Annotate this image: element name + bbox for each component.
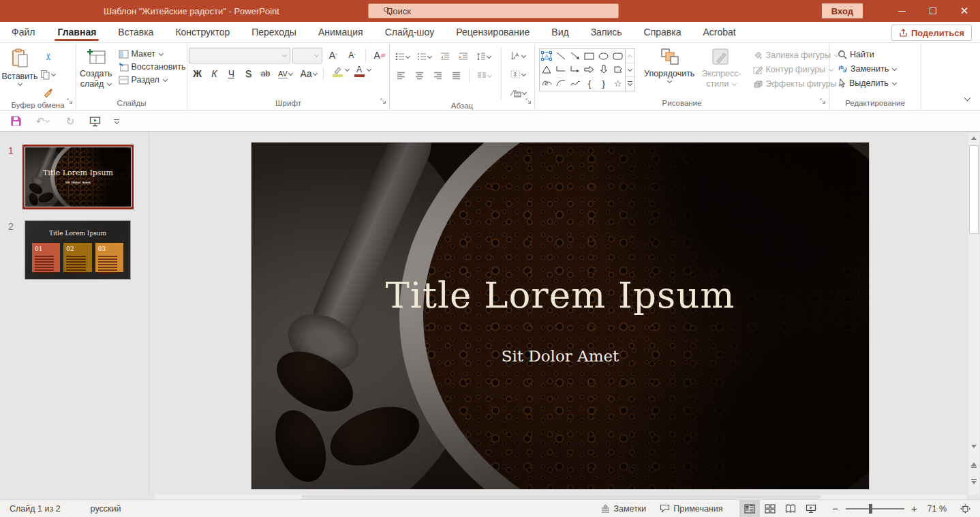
shape-left-brace[interactable]: { bbox=[583, 76, 597, 91]
clear-formatting-button[interactable]: А bbox=[371, 47, 388, 63]
notes-toggle[interactable]: Заметки bbox=[594, 500, 654, 517]
horizontal-scrollbar[interactable] bbox=[155, 494, 966, 499]
signin-button[interactable]: Вход bbox=[822, 3, 863, 18]
layout-button[interactable]: Макет bbox=[116, 48, 189, 60]
collapse-ribbon-icon[interactable] bbox=[964, 95, 971, 102]
zoom-slider-thumb[interactable] bbox=[869, 504, 872, 514]
language-indicator[interactable]: русский bbox=[84, 500, 128, 517]
section-button[interactable]: Раздел bbox=[116, 74, 189, 86]
vertical-scrollbar-thumb[interactable] bbox=[969, 145, 979, 234]
slide-sorter-view-button[interactable] bbox=[760, 500, 780, 517]
shape-arc[interactable] bbox=[554, 76, 568, 91]
previous-slide-button[interactable] bbox=[968, 459, 979, 471]
shrink-font-button[interactable]: Аˇ bbox=[343, 47, 361, 63]
decrease-indent-button[interactable] bbox=[436, 48, 453, 65]
shape-arrow[interactable] bbox=[568, 49, 583, 63]
text-highlight-button[interactable] bbox=[326, 65, 348, 82]
slide-title-text[interactable]: Title Lorem Ipsum bbox=[251, 274, 869, 316]
shape-curve[interactable] bbox=[568, 76, 583, 91]
italic-button[interactable]: К bbox=[206, 65, 223, 82]
copy-button[interactable] bbox=[40, 66, 57, 83]
align-right-button[interactable] bbox=[429, 68, 446, 84]
shape-rounded-rectangle[interactable] bbox=[611, 49, 625, 63]
scroll-up-button[interactable] bbox=[968, 133, 979, 143]
next-slide-button[interactable] bbox=[968, 475, 979, 488]
font-name-combo[interactable] bbox=[189, 48, 290, 63]
zoom-level[interactable]: 71 % bbox=[921, 500, 954, 517]
format-painter-button[interactable] bbox=[40, 84, 57, 100]
cut-button[interactable]: ✂ bbox=[40, 48, 57, 65]
tab-view[interactable]: Вид bbox=[540, 22, 579, 42]
grow-font-button[interactable]: Аˆ bbox=[324, 47, 341, 63]
columns-button[interactable] bbox=[474, 68, 495, 84]
scroll-down-button[interactable] bbox=[968, 441, 979, 452]
slide-canvas[interactable]: Title Lorem Ipsum Sit Dolor Amet bbox=[251, 142, 870, 490]
numbering-button[interactable] bbox=[414, 48, 435, 65]
customize-qat-button[interactable] bbox=[109, 113, 124, 130]
shape-elbow-connector[interactable] bbox=[554, 63, 568, 76]
font-size-combo[interactable] bbox=[292, 48, 322, 63]
reset-slide-button[interactable]: Восстановить bbox=[116, 61, 189, 73]
vertical-scrollbar[interactable] bbox=[968, 133, 979, 494]
tab-slideshow[interactable]: Слайд-шоу bbox=[374, 22, 446, 42]
reading-view-button[interactable] bbox=[780, 500, 801, 517]
normal-view-button[interactable] bbox=[739, 500, 760, 517]
slide-counter[interactable]: Слайд 1 из 2 bbox=[0, 500, 67, 517]
shape-line[interactable] bbox=[554, 49, 568, 63]
slide2-thumbnail[interactable]: Title Lorem Ipsum 01 02 03 bbox=[25, 220, 131, 280]
shapes-scroll-up[interactable] bbox=[626, 49, 634, 63]
close-button[interactable]: ✕ bbox=[949, 0, 980, 22]
new-slide-button[interactable]: Создать слайд bbox=[76, 46, 116, 95]
change-case-button[interactable]: Aa bbox=[297, 65, 320, 82]
font-color-button[interactable]: А bbox=[348, 65, 370, 82]
undo-button[interactable]: ↶ bbox=[30, 113, 56, 130]
line-spacing-button[interactable] bbox=[473, 48, 495, 65]
select-button[interactable]: Выделить bbox=[835, 77, 921, 89]
search-input[interactable]: Поиск bbox=[368, 3, 619, 18]
tab-design[interactable]: Конструктор bbox=[164, 22, 241, 42]
tab-review[interactable]: Рецензирование bbox=[445, 22, 540, 42]
align-center-button[interactable] bbox=[411, 68, 428, 84]
paste-button[interactable]: Вставить bbox=[0, 46, 40, 100]
shape-triangle[interactable] bbox=[540, 63, 554, 76]
underline-button[interactable]: Ч bbox=[223, 65, 240, 82]
shape-textbox[interactable]: A bbox=[540, 49, 554, 63]
font-dialog-launcher[interactable] bbox=[380, 96, 386, 106]
align-text-button[interactable] bbox=[504, 66, 532, 83]
arrange-button[interactable]: Упорядочить bbox=[641, 46, 698, 95]
character-spacing-button[interactable]: AV bbox=[274, 65, 297, 82]
find-button[interactable]: Найти bbox=[835, 48, 921, 61]
drawing-dialog-launcher[interactable] bbox=[820, 96, 826, 106]
horizontal-scrollbar-thumb[interactable] bbox=[301, 495, 821, 499]
justify-button[interactable] bbox=[448, 68, 465, 84]
tab-acrobat[interactable]: Acrobat bbox=[692, 22, 747, 42]
shape-right-arrow[interactable] bbox=[583, 63, 597, 76]
fit-slide-button[interactable] bbox=[953, 500, 980, 517]
text-direction-button[interactable]: А bbox=[504, 48, 532, 64]
shapes-scroll-down[interactable] bbox=[626, 63, 634, 78]
shape-elbow-arrow-connector[interactable] bbox=[568, 63, 583, 76]
shape-right-brace[interactable]: } bbox=[596, 76, 611, 91]
shape-scribble[interactable] bbox=[540, 76, 554, 91]
bullets-button[interactable] bbox=[393, 48, 413, 65]
shape-down-arrow[interactable] bbox=[596, 63, 611, 76]
tab-help[interactable]: Справка bbox=[633, 22, 692, 42]
zoom-out-button[interactable]: − bbox=[829, 503, 842, 514]
strikethrough-button[interactable]: ab bbox=[257, 65, 274, 82]
comments-toggle[interactable]: Примечания bbox=[653, 500, 729, 517]
save-button[interactable] bbox=[5, 113, 26, 130]
tab-home[interactable]: Главная bbox=[46, 22, 107, 42]
tab-transitions[interactable]: Переходы bbox=[241, 22, 307, 42]
slide-subtitle-text[interactable]: Sit Dolor Amet bbox=[251, 347, 869, 365]
quick-styles-button[interactable]: Экспресс- стили bbox=[698, 46, 744, 95]
tab-animations[interactable]: Анимация bbox=[307, 22, 374, 42]
slideshow-view-button[interactable] bbox=[801, 500, 821, 517]
shape-rectangle[interactable] bbox=[583, 49, 597, 63]
tab-record[interactable]: Запись bbox=[580, 22, 633, 42]
share-button[interactable]: Поделиться bbox=[891, 25, 972, 41]
text-shadow-button[interactable]: S bbox=[240, 65, 257, 82]
start-slideshow-button[interactable] bbox=[85, 113, 105, 130]
redo-button[interactable]: ↻ bbox=[60, 113, 80, 130]
shape-star[interactable]: ☆ bbox=[611, 76, 625, 91]
tab-file[interactable]: Файл bbox=[0, 22, 46, 42]
